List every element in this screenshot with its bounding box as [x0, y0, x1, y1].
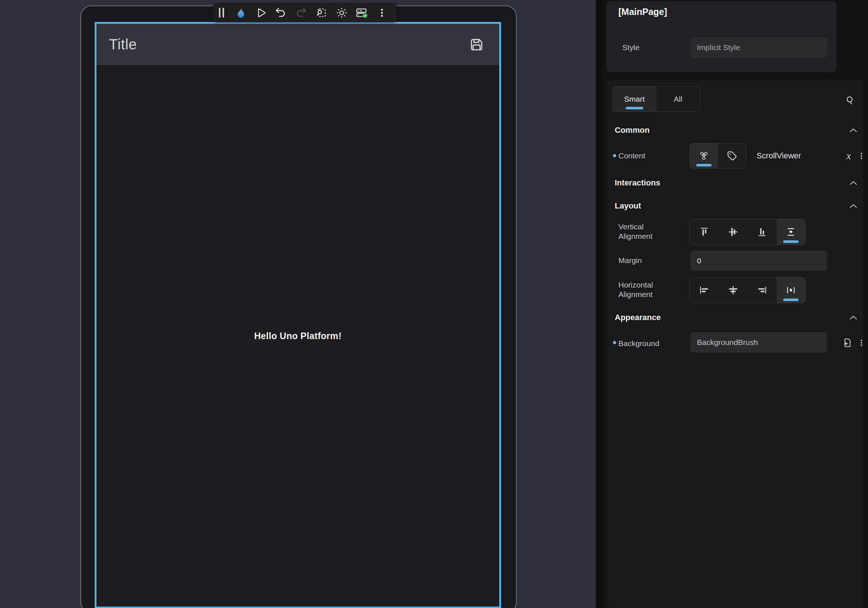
- valign-stretch-button[interactable]: [777, 219, 806, 245]
- content-modified-dot: [613, 154, 616, 157]
- margin-label: Margin: [618, 256, 642, 265]
- section-header-appearance[interactable]: Appearance: [615, 312, 859, 323]
- align-vertical-center-icon: [727, 226, 739, 238]
- document-import-icon: [842, 337, 852, 349]
- theme-toggle-button[interactable]: [332, 5, 352, 21]
- binding-x-icon: x: [846, 150, 851, 162]
- halign-center-button[interactable]: [719, 277, 747, 303]
- control-grapes-icon: [698, 149, 710, 162]
- tab-selected-indicator: [626, 107, 643, 109]
- section-header-layout[interactable]: Layout: [615, 201, 859, 211]
- content-value: ScrollViewer: [756, 143, 801, 169]
- toggle-selected-indicator: [783, 299, 798, 301]
- undo-icon: [274, 6, 287, 19]
- align-bottom-icon: [756, 226, 768, 238]
- floppy-disk-icon: [468, 36, 485, 53]
- device-frame: Title Hello Uno Platform!: [81, 6, 517, 608]
- content-mode-control-button[interactable]: [690, 143, 718, 168]
- redo-button[interactable]: [291, 5, 311, 21]
- selected-page-outline[interactable]: Title Hello Uno Platform!: [95, 22, 501, 608]
- align-horizontal-center-icon: [727, 284, 739, 296]
- halign-stretch-button[interactable]: [777, 277, 806, 303]
- section-header-common[interactable]: Common: [615, 125, 859, 136]
- tab-all[interactable]: All: [656, 87, 700, 112]
- halign-left-button[interactable]: [690, 277, 719, 303]
- style-label: Style: [622, 37, 640, 58]
- hello-text[interactable]: Hello Uno Platform!: [254, 331, 341, 341]
- background-label: Background: [618, 339, 659, 348]
- selected-element-card: [MainPage] Style: [606, 1, 837, 72]
- app-content: Hello Uno Platform!: [96, 65, 499, 606]
- align-left-icon: [698, 284, 710, 296]
- background-more-button[interactable]: [855, 336, 868, 350]
- properties-card: Smart All Common Content: [606, 79, 863, 608]
- vertical-alignment-toggle: [689, 219, 806, 245]
- element-inspect-button[interactable]: [312, 5, 332, 21]
- valign-top-button[interactable]: [690, 219, 719, 245]
- content-binding-button[interactable]: x: [842, 149, 855, 163]
- content-mode-tag-button[interactable]: [718, 143, 746, 168]
- valign-bottom-button[interactable]: [748, 219, 777, 245]
- play-icon: [254, 6, 267, 19]
- background-modified-dot: [613, 341, 616, 344]
- app-titlebar: Title: [96, 24, 499, 65]
- content-mode-toggle: [689, 143, 746, 169]
- sun-icon: [335, 6, 348, 19]
- redo-icon: [295, 6, 307, 19]
- tab-smart[interactable]: Smart: [612, 87, 656, 112]
- hot-reload-flame-button[interactable]: [230, 5, 250, 21]
- vertical-alignment-label: Vertical Alignment: [618, 222, 666, 241]
- halign-right-button[interactable]: [748, 277, 777, 303]
- stretch-horizontal-icon: [785, 284, 797, 296]
- page-title: [MainPage]: [618, 6, 667, 17]
- chevron-up-icon: [849, 128, 858, 133]
- play-button[interactable]: [250, 5, 270, 21]
- app-title: Title: [109, 36, 137, 53]
- flame-icon: [235, 6, 246, 19]
- background-input[interactable]: [690, 332, 827, 353]
- tag-icon: [726, 149, 738, 162]
- valign-center-button[interactable]: [719, 219, 747, 245]
- panel-gap: [596, 0, 602, 608]
- properties-panel: [MainPage] Style Smart All Common: [602, 0, 868, 608]
- hot-design-toolbar: [213, 3, 397, 22]
- kebab-icon: [857, 151, 866, 161]
- server-check-icon: [355, 6, 368, 19]
- section-header-interactions[interactable]: Interactions: [615, 177, 859, 188]
- kebab-icon: [857, 337, 866, 348]
- server-status-button[interactable]: [352, 5, 372, 21]
- chevron-up-icon: [849, 180, 858, 186]
- align-top-icon: [698, 226, 710, 238]
- toolbar-drag-handle-icon[interactable]: [217, 3, 227, 22]
- property-filter-tabs: Smart All: [612, 86, 700, 112]
- toggle-selected-indicator: [783, 240, 798, 243]
- content-label: Content: [618, 151, 645, 160]
- chevron-up-icon: [849, 204, 858, 209]
- kebab-icon: [377, 6, 388, 19]
- toolbar-more-button[interactable]: [372, 5, 392, 21]
- save-button[interactable]: [467, 34, 487, 55]
- inspect-icon: [315, 6, 327, 19]
- horizontal-alignment-label: Horizontal Alignment: [618, 280, 666, 299]
- search-icon: [845, 95, 856, 106]
- background-resource-button[interactable]: [840, 336, 854, 350]
- align-right-icon: [756, 284, 768, 296]
- undo-button[interactable]: [271, 5, 291, 21]
- margin-input[interactable]: [690, 250, 827, 271]
- stretch-vertical-icon: [785, 226, 797, 238]
- horizontal-alignment-toggle: [689, 277, 806, 303]
- toggle-selected-indicator: [696, 164, 711, 166]
- content-more-button[interactable]: [855, 149, 868, 163]
- style-input[interactable]: [690, 37, 827, 58]
- property-search-button[interactable]: [844, 94, 856, 106]
- chevron-up-icon: [849, 315, 858, 320]
